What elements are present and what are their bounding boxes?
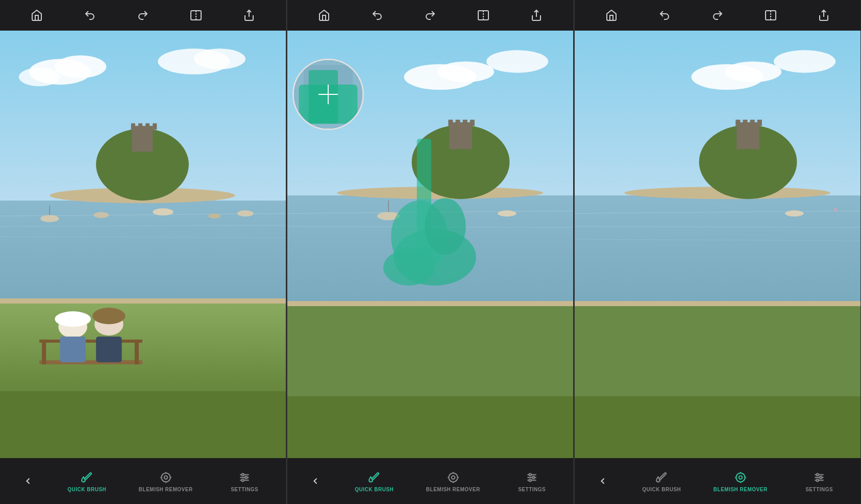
back-button-3[interactable] xyxy=(596,474,610,488)
toolbar-3 xyxy=(575,0,860,31)
blemish-remover-button-2[interactable]: BLEMISH REMOVER xyxy=(426,470,480,492)
share-icon[interactable] xyxy=(241,7,257,23)
svg-rect-18 xyxy=(145,123,150,130)
svg-point-53 xyxy=(242,479,244,481)
svg-rect-15 xyxy=(132,126,153,152)
undo-icon-2[interactable] xyxy=(369,7,385,23)
svg-point-99 xyxy=(529,479,531,481)
compare-icon[interactable] xyxy=(188,7,204,23)
settings-label-1: SETTINGS xyxy=(231,487,258,492)
svg-point-24 xyxy=(208,213,220,218)
svg-rect-69 xyxy=(463,120,468,126)
redo-icon-2[interactable] xyxy=(422,7,438,23)
bottom-toolbar-1: QUICK BRUSH BLEMISH REMOVER xyxy=(0,458,286,504)
svg-point-22 xyxy=(93,212,109,218)
photo-area-3 xyxy=(575,31,860,458)
home-icon-2[interactable] xyxy=(316,7,332,23)
svg-point-42 xyxy=(161,473,170,482)
quick-brush-label-3: QUICK BRUSH xyxy=(642,487,681,492)
svg-point-20 xyxy=(40,215,59,222)
svg-rect-122 xyxy=(575,396,860,458)
bottom-toolbar-2: QUICK BRUSH BLEMISH REMOVER xyxy=(287,458,573,504)
toolbar-2 xyxy=(287,0,573,31)
photo-area-1 xyxy=(0,31,286,458)
panel-2: QUICK BRUSH BLEMISH REMOVER xyxy=(287,0,574,504)
bottom-toolbar-3: QUICK BRUSH BLEMISH REMOVER xyxy=(575,458,860,504)
svg-point-43 xyxy=(164,475,168,479)
settings-button-3[interactable]: SETTINGS xyxy=(799,470,840,492)
quick-brush-icon-2 xyxy=(367,470,381,485)
svg-point-73 xyxy=(498,210,516,216)
svg-point-98 xyxy=(532,476,534,478)
svg-point-39 xyxy=(92,308,126,324)
blemish-remover-button-3[interactable]: BLEMISH REMOVER xyxy=(714,470,768,492)
svg-rect-70 xyxy=(470,120,475,126)
svg-rect-113 xyxy=(736,122,759,149)
blemish-remover-button-1[interactable]: BLEMISH REMOVER xyxy=(139,470,193,492)
svg-rect-76 xyxy=(287,396,573,458)
svg-point-105 xyxy=(725,62,781,82)
compare-icon-3[interactable] xyxy=(762,7,779,23)
svg-rect-85 xyxy=(309,70,338,123)
redo-icon[interactable] xyxy=(135,7,151,23)
svg-rect-32 xyxy=(135,340,139,364)
svg-point-123 xyxy=(736,473,745,482)
settings-icon-2 xyxy=(525,470,539,485)
svg-point-106 xyxy=(774,50,835,72)
svg-point-23 xyxy=(153,208,173,215)
svg-point-119 xyxy=(834,208,837,211)
svg-point-132 xyxy=(817,473,819,475)
svg-rect-107 xyxy=(575,195,860,304)
settings-label-3: SETTINGS xyxy=(805,487,833,492)
svg-rect-17 xyxy=(138,123,142,130)
settings-button-2[interactable]: SETTINGS xyxy=(511,470,552,492)
svg-rect-41 xyxy=(0,391,286,458)
blemish-remover-icon-3 xyxy=(733,470,748,485)
svg-rect-31 xyxy=(42,340,46,364)
quick-brush-button-3[interactable]: QUICK BRUSH xyxy=(641,470,682,492)
home-icon-3[interactable] xyxy=(603,7,620,23)
redo-icon-3[interactable] xyxy=(709,7,726,23)
blemish-remover-label-1: BLEMISH REMOVER xyxy=(139,487,193,492)
svg-point-52 xyxy=(245,476,247,478)
undo-icon-3[interactable] xyxy=(656,7,673,23)
svg-point-60 xyxy=(486,50,548,72)
svg-rect-115 xyxy=(743,120,747,126)
svg-rect-68 xyxy=(455,120,460,126)
svg-rect-40 xyxy=(96,337,121,362)
quick-brush-label-2: QUICK BRUSH xyxy=(355,487,393,492)
quick-brush-button-2[interactable]: QUICK BRUSH xyxy=(354,470,395,492)
svg-rect-37 xyxy=(60,337,85,362)
blemish-remover-icon-2 xyxy=(446,470,460,485)
magnifier xyxy=(292,59,364,130)
svg-point-118 xyxy=(785,210,803,216)
svg-point-80 xyxy=(425,198,466,255)
back-button-2[interactable] xyxy=(308,474,323,488)
quick-brush-icon-1 xyxy=(80,470,94,485)
share-icon-2[interactable] xyxy=(528,7,545,23)
back-button-1[interactable] xyxy=(21,474,35,488)
quick-brush-label-1: QUICK BRUSH xyxy=(67,487,106,492)
svg-rect-66 xyxy=(449,122,472,149)
svg-rect-16 xyxy=(131,123,135,130)
home-icon[interactable] xyxy=(29,7,45,23)
panel-3: QUICK BRUSH BLEMISH REMOVER xyxy=(575,0,861,504)
photo-area-2[interactable] xyxy=(287,31,573,458)
blemish-remover-label-3: BLEMISH REMOVER xyxy=(714,487,768,492)
svg-rect-114 xyxy=(735,120,740,126)
panel-1: QUICK BRUSH BLEMISH REMOVER xyxy=(0,0,286,504)
svg-point-36 xyxy=(55,311,91,326)
svg-point-59 xyxy=(437,62,494,82)
settings-label-2: SETTINGS xyxy=(518,487,546,492)
settings-icon-1 xyxy=(237,470,252,485)
share-icon-3[interactable] xyxy=(816,7,832,23)
settings-button-1[interactable]: SETTINGS xyxy=(224,470,265,492)
undo-icon[interactable] xyxy=(82,7,98,23)
svg-point-133 xyxy=(820,476,822,478)
svg-point-81 xyxy=(383,249,435,286)
svg-rect-19 xyxy=(153,123,157,130)
svg-point-134 xyxy=(817,479,819,481)
compare-icon-2[interactable] xyxy=(475,7,491,23)
quick-brush-button-1[interactable]: QUICK BRUSH xyxy=(66,470,107,492)
svg-point-25 xyxy=(237,210,254,216)
